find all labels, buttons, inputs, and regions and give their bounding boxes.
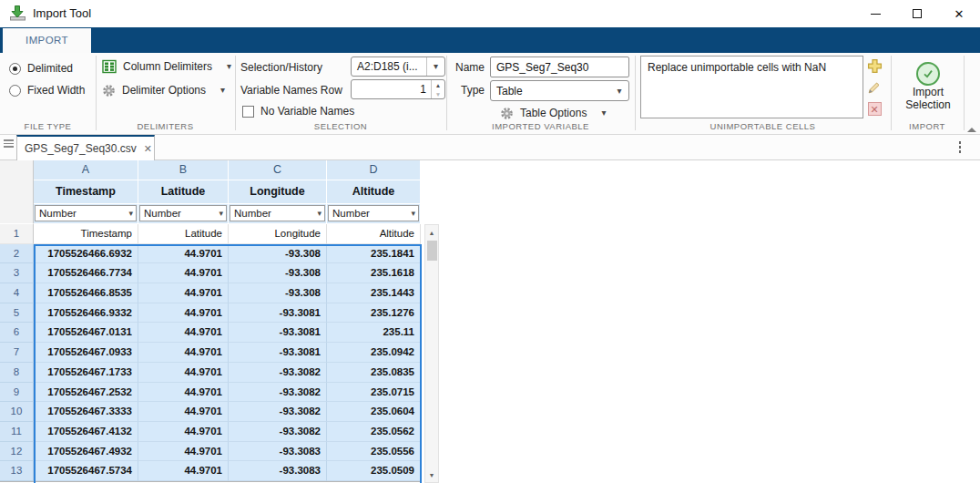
grid-cell[interactable]: -93.3081 xyxy=(229,343,327,363)
column-header-a[interactable]: A xyxy=(34,160,138,180)
delimiter-options-button[interactable]: Delimiter Options ▾ xyxy=(102,82,225,98)
more-options-icon[interactable] xyxy=(958,141,962,153)
radio-fixed-width-circle[interactable] xyxy=(9,85,21,97)
column-type-dropdown[interactable]: Number▾ xyxy=(139,205,227,221)
grid-cell[interactable]: -93.3082 xyxy=(229,402,327,422)
grid-cell[interactable]: Altitude xyxy=(327,224,421,244)
tab-list-icon[interactable] xyxy=(4,139,14,148)
grid-cell[interactable]: 1705526467.4132 xyxy=(34,422,138,442)
grid-cell[interactable]: 235.1841 xyxy=(327,244,421,264)
grid-cell[interactable]: -93.3083 xyxy=(229,461,327,481)
grid-cell[interactable]: 235.0604 xyxy=(327,402,421,422)
checkbox-box[interactable] xyxy=(242,106,254,118)
delete-rule-button[interactable]: ✕ xyxy=(866,100,883,117)
grid-cell[interactable]: 235.11 xyxy=(327,323,421,343)
grid-cell[interactable]: 1705526466.6932 xyxy=(34,244,138,264)
grid-cell[interactable]: Timestamp xyxy=(34,224,138,244)
tab-import[interactable]: IMPORT xyxy=(3,28,91,53)
grid-cell[interactable]: 44.9701 xyxy=(138,383,229,403)
grid-cell[interactable]: 1705526466.8535 xyxy=(34,283,138,303)
radio-delimited[interactable]: Delimited xyxy=(9,60,73,77)
grid-cell[interactable]: -93.308 xyxy=(229,244,327,264)
column-delimiters-button[interactable]: Column Delimiters ▾ xyxy=(102,58,231,75)
grid-cell[interactable]: 44.9701 xyxy=(138,323,229,343)
grid-cell[interactable]: 235.0835 xyxy=(327,363,421,383)
grid-cell[interactable]: 1705526467.0933 xyxy=(34,343,138,363)
grid-cell[interactable]: -93.3082 xyxy=(229,363,327,383)
close-button[interactable]: ✕ xyxy=(938,0,980,27)
grid-cell[interactable]: 1705526466.7734 xyxy=(34,263,138,283)
grid-cell[interactable]: 1705526467.1733 xyxy=(34,363,138,383)
grid-cell[interactable]: 235.1618 xyxy=(327,263,421,283)
scrollbar-thumb[interactable] xyxy=(427,241,437,261)
grid-cell[interactable]: 1705526467.0131 xyxy=(34,323,138,343)
row-header[interactable]: 1 xyxy=(0,224,34,244)
grid-cell[interactable]: -93.308 xyxy=(229,283,327,303)
column-header-b[interactable]: B xyxy=(138,160,229,180)
spinner-down-icon[interactable]: ▼ xyxy=(432,89,444,98)
grid-cell[interactable]: 235.0562 xyxy=(327,422,421,442)
minimize-button[interactable] xyxy=(854,0,896,27)
row-header[interactable]: 8 xyxy=(0,363,34,383)
grid-cell[interactable]: 1705526467.2532 xyxy=(34,383,138,403)
table-options-button[interactable]: Table Options ▾ xyxy=(500,105,606,121)
grid-cell[interactable]: 44.9701 xyxy=(138,442,229,462)
row-header[interactable]: 4 xyxy=(0,283,34,303)
grid-cell[interactable]: 44.9701 xyxy=(138,363,229,383)
grid-cell[interactable]: 235.0715 xyxy=(327,383,421,403)
scroll-down-icon[interactable]: ▼ xyxy=(425,468,438,482)
row-header[interactable]: 9 xyxy=(0,383,34,403)
grid-cell[interactable]: 44.9701 xyxy=(138,422,229,442)
row-header[interactable]: 2 xyxy=(0,244,34,264)
tab-close-icon[interactable]: ✕ xyxy=(144,143,152,155)
grid-cell[interactable]: 235.0556 xyxy=(327,442,421,462)
document-tab[interactable]: GPS_Seg7_Seq30.csv ✕ xyxy=(16,135,155,160)
grid-cell[interactable]: Longitude xyxy=(229,224,327,244)
grid-cell[interactable]: 1705526467.5734 xyxy=(34,461,138,481)
scroll-up-icon[interactable]: ▲ xyxy=(425,225,438,240)
grid-cell[interactable]: -93.308 xyxy=(229,263,327,283)
grid-cell[interactable]: 235.0509 xyxy=(327,461,421,481)
row-header[interactable]: 10 xyxy=(0,402,34,422)
grid-cell[interactable]: -93.3082 xyxy=(229,383,327,403)
column-type-dropdown[interactable]: Number▾ xyxy=(230,205,325,221)
radio-delimited-circle[interactable] xyxy=(9,63,21,75)
grid-cell[interactable]: 1705526466.9332 xyxy=(34,303,138,324)
column-type-dropdown[interactable]: Number▾ xyxy=(328,205,419,221)
column-header-c[interactable]: C xyxy=(229,160,327,180)
collapse-ribbon-button[interactable] xyxy=(967,115,978,124)
grid-cell[interactable]: 1705526467.4932 xyxy=(34,442,138,462)
grid-cell[interactable]: -93.3082 xyxy=(229,422,327,442)
grid-cell[interactable]: 44.9701 xyxy=(138,263,229,283)
no-variable-names-checkbox[interactable]: No Variable Names xyxy=(242,103,354,119)
grid-cell[interactable]: -93.3081 xyxy=(229,323,327,343)
import-selection-button[interactable]: Import Selection xyxy=(893,55,964,120)
grid-cell[interactable]: 44.9701 xyxy=(138,343,229,363)
grid-cell[interactable]: 44.9701 xyxy=(138,461,229,481)
grid-cell[interactable]: 44.9701 xyxy=(138,402,229,422)
grid-cell[interactable]: 235.1443 xyxy=(327,283,421,303)
radio-fixed-width[interactable]: Fixed Width xyxy=(9,82,85,98)
row-header[interactable]: 7 xyxy=(0,343,34,363)
row-header[interactable]: 6 xyxy=(0,323,34,343)
grid-cell[interactable]: 235.1276 xyxy=(327,303,421,324)
unimportable-rule-item[interactable]: Replace unimportable cells with NaN xyxy=(641,57,863,78)
row-header[interactable]: 13 xyxy=(0,461,34,481)
column-type-dropdown[interactable]: Number▾ xyxy=(35,205,137,221)
grid-cell[interactable]: 235.0942 xyxy=(327,343,421,363)
row-header[interactable]: 12 xyxy=(0,442,34,462)
grid-cell[interactable]: -93.3083 xyxy=(229,442,327,462)
maximize-button[interactable] xyxy=(896,0,938,27)
grid-cell[interactable]: Latitude xyxy=(138,224,229,244)
vertical-scrollbar[interactable]: ▲ ▼ xyxy=(424,224,439,483)
spinner-up-icon[interactable]: ▲ xyxy=(432,80,444,89)
variable-name-field[interactable] xyxy=(490,57,629,77)
grid-cell[interactable]: -93.3081 xyxy=(229,303,327,324)
grid-cell[interactable]: 44.9701 xyxy=(138,303,229,324)
grid-cell[interactable]: 1705526467.3333 xyxy=(34,402,138,422)
edit-rule-button[interactable] xyxy=(866,79,883,96)
grid-cell[interactable]: 44.9701 xyxy=(138,283,229,303)
add-rule-button[interactable] xyxy=(866,57,883,74)
variable-names-row-stepper[interactable]: 1 ▲ ▼ xyxy=(351,79,445,99)
type-dropdown[interactable]: Table ▾ xyxy=(490,80,629,101)
